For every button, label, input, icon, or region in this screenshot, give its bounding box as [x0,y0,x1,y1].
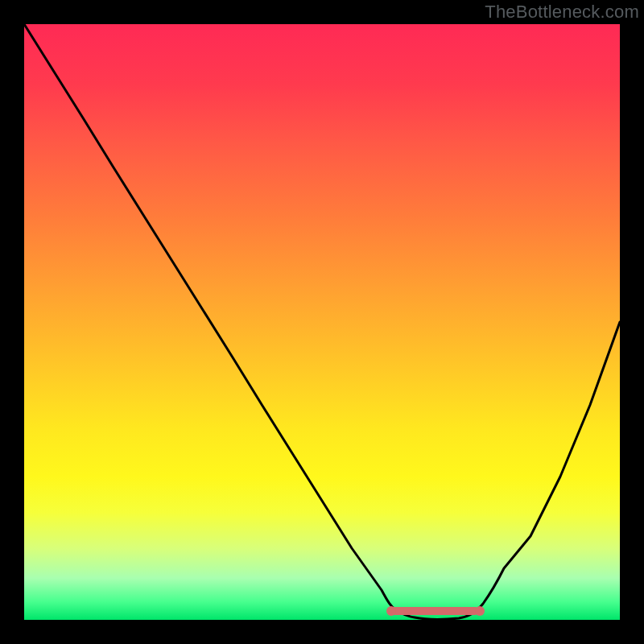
curve-path [24,24,620,619]
chart-frame: TheBottleneck.com [0,0,644,644]
plot-area [24,24,620,620]
watermark-text: TheBottleneck.com [485,2,639,23]
bottleneck-curve [24,24,620,620]
baseline-endcap-right [475,606,485,616]
baseline-endcap-left [386,606,396,616]
baseline-highlight [390,607,479,615]
